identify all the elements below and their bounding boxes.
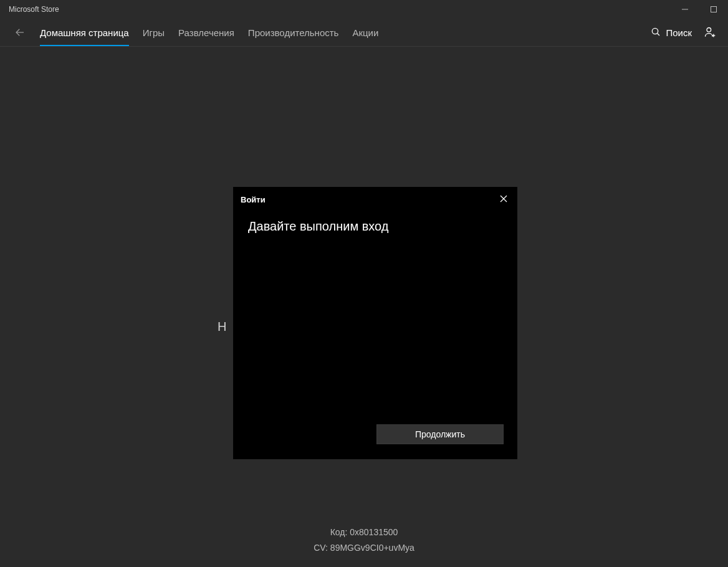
nav-tab-label: Домашняя страница bbox=[40, 27, 129, 38]
dialog-footer: Продолжить bbox=[233, 424, 517, 459]
navbar: Домашняя страница Игры Развлечения Произ… bbox=[0, 19, 728, 47]
minimize-button[interactable] bbox=[671, 0, 699, 19]
dialog-title: Давайте выполним вход bbox=[233, 209, 517, 234]
user-account-button[interactable] bbox=[703, 26, 717, 39]
maximize-button[interactable] bbox=[699, 0, 728, 19]
continue-button[interactable]: Продолжить bbox=[376, 424, 504, 444]
svg-point-5 bbox=[707, 28, 711, 32]
cv-line: CV: 89MGGv9CI0+uvMya bbox=[0, 540, 728, 556]
nav-tab-games[interactable]: Игры bbox=[143, 20, 165, 45]
signin-dialog: Войти Давайте выполним вход Продолжить bbox=[233, 187, 517, 459]
search-icon bbox=[651, 27, 661, 39]
content-area: Н у Код: 0x80131500 CV: 89MGGv9CI0+uvMya… bbox=[0, 47, 728, 567]
nav-tab-home[interactable]: Домашняя страница bbox=[40, 20, 129, 45]
dialog-header: Войти bbox=[233, 187, 517, 209]
nav-tab-entertainment[interactable]: Развлечения bbox=[178, 20, 234, 45]
window-controls bbox=[671, 0, 728, 19]
svg-line-4 bbox=[658, 33, 659, 35]
error-codes: Код: 0x80131500 CV: 89MGGv9CI0+uvMya bbox=[0, 525, 728, 556]
app-title: Microsoft Store bbox=[9, 5, 59, 14]
nav-tab-label: Игры bbox=[143, 27, 165, 38]
nav-tab-label: Производительность bbox=[248, 27, 339, 38]
search-button[interactable]: Поиск bbox=[651, 27, 692, 39]
close-icon bbox=[500, 195, 507, 204]
dialog-header-label: Войти bbox=[241, 195, 266, 204]
back-button[interactable] bbox=[11, 24, 29, 41]
error-code-line: Код: 0x80131500 bbox=[0, 525, 728, 540]
nav-tab-label: Развлечения bbox=[178, 27, 234, 38]
continue-button-label: Продолжить bbox=[415, 429, 465, 439]
nav-tab-label: Акции bbox=[352, 27, 378, 38]
nav-tab-deals[interactable]: Акции bbox=[352, 20, 378, 45]
svg-point-3 bbox=[653, 28, 658, 34]
dialog-body bbox=[233, 234, 517, 424]
dialog-close-button[interactable] bbox=[497, 193, 510, 206]
nav-tab-productivity[interactable]: Производительность bbox=[248, 20, 339, 45]
titlebar: Microsoft Store bbox=[0, 0, 728, 19]
svg-rect-1 bbox=[711, 7, 717, 12]
search-label: Поиск bbox=[666, 27, 692, 38]
nav-tabs: Домашняя страница Игры Развлечения Произ… bbox=[40, 20, 378, 45]
